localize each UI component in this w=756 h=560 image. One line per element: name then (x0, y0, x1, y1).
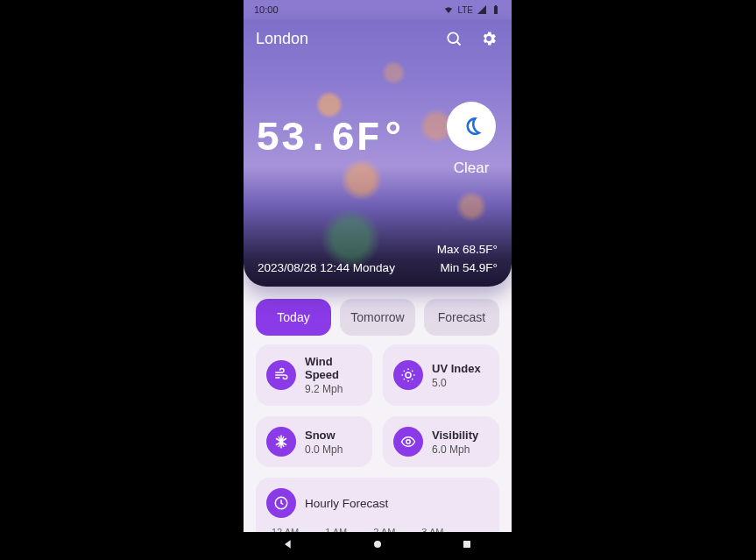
eye-icon (400, 434, 416, 450)
nav-home-button[interactable] (371, 537, 385, 555)
phone-frame: 10:00 LTE London 53.6F° (244, 0, 512, 560)
wind-icon (273, 367, 289, 383)
metrics-grid: Wind Speed 9.2 Mph UV Index 5.0 Snow 0.0… (244, 344, 512, 478)
tab-today[interactable]: Today (256, 299, 331, 336)
snow-icon (273, 434, 289, 450)
forecast-tabs: Today Tomorrow Forecast (244, 287, 512, 344)
svg-line-1 (457, 42, 461, 46)
tab-forecast[interactable]: Forecast (424, 299, 499, 336)
nav-recent-button[interactable] (460, 537, 474, 555)
card-snow: Snow 0.0 Mph (256, 416, 372, 467)
triangle-back-icon (281, 537, 295, 551)
hourly-title: Hourly Forecast (305, 497, 388, 510)
svg-point-5 (374, 541, 381, 548)
condition-label: Clear (454, 159, 490, 177)
status-time: 10:00 (254, 4, 279, 15)
card-uv-index: UV Index 5.0 (383, 344, 499, 406)
search-button[interactable] (443, 28, 464, 49)
clock-icon (273, 495, 289, 511)
svg-point-0 (448, 32, 458, 43)
card-value: 6.0 Mph (432, 443, 478, 456)
android-nav-bar (244, 532, 512, 560)
card-wind-speed: Wind Speed 9.2 Mph (256, 344, 372, 406)
tab-tomorrow[interactable]: Tomorrow (340, 299, 415, 336)
wifi-icon (443, 4, 454, 15)
square-recent-icon (460, 537, 474, 551)
battery-icon (491, 4, 501, 15)
status-network: LTE (457, 5, 473, 15)
current-weather-panel: London 53.6F° Clear 2023/08/28 12:44 Mon… (244, 19, 512, 287)
settings-button[interactable] (478, 28, 499, 49)
card-visibility: Visibility 6.0 Mph (383, 416, 499, 467)
current-temperature: 53.6F° (256, 117, 406, 162)
temp-min: Min 54.9F° (437, 261, 498, 274)
status-bar: 10:00 LTE (244, 0, 512, 19)
current-datetime: 2023/08/28 12:44 Monday (258, 261, 395, 274)
condition-badge (447, 102, 496, 151)
nav-back-button[interactable] (281, 537, 295, 555)
search-icon (445, 30, 463, 47)
temp-max: Max 68.5F° (437, 243, 498, 256)
status-right: LTE (443, 4, 501, 15)
gear-icon (480, 30, 498, 47)
circle-home-icon (371, 537, 385, 551)
svg-point-2 (406, 372, 411, 378)
card-title: Wind Speed (305, 355, 362, 381)
card-title: UV Index (432, 362, 481, 375)
sun-icon (400, 367, 416, 383)
card-value: 9.2 Mph (305, 383, 362, 395)
location-title: London (256, 30, 308, 48)
signal-icon (477, 4, 487, 15)
card-value: 5.0 (432, 377, 481, 389)
svg-point-3 (406, 440, 411, 444)
card-title: Snow (305, 429, 343, 442)
card-title: Visibility (432, 429, 478, 442)
moon-icon (460, 115, 483, 138)
card-value: 0.0 Mph (305, 443, 343, 456)
svg-rect-6 (463, 541, 470, 548)
app-bar: London (244, 19, 512, 49)
